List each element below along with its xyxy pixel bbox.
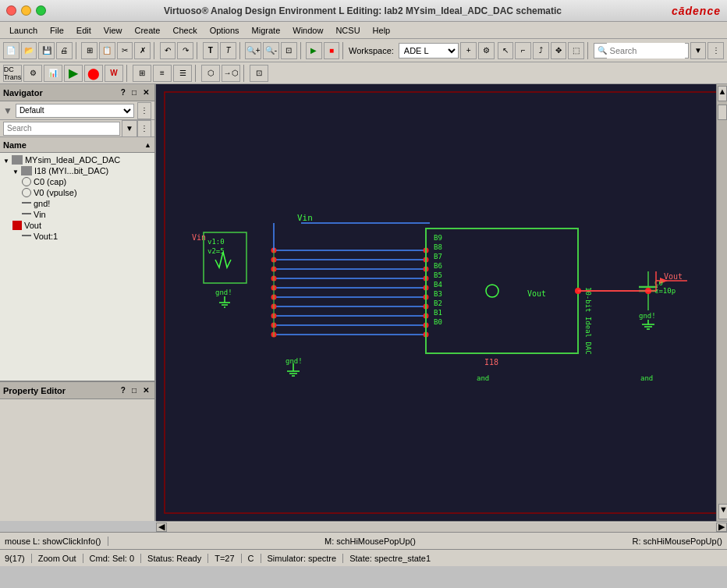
svg-text:Vout: Vout xyxy=(527,289,546,298)
menu-launch[interactable]: Launch xyxy=(3,24,44,37)
menu-migrate[interactable]: Migrate xyxy=(246,24,287,37)
pe-help-btn[interactable]: ? xyxy=(119,386,128,395)
run-sim-button[interactable]: ▶ xyxy=(64,65,83,82)
maximize-button[interactable] xyxy=(36,5,46,16)
state-status: State: spectre_state1 xyxy=(349,554,431,563)
delete-button[interactable]: ✗ xyxy=(134,42,151,59)
wire-button[interactable]: ⌐ xyxy=(515,42,531,59)
wave-button[interactable]: W xyxy=(105,65,123,82)
svg-text:I18: I18 xyxy=(484,358,498,367)
undo-button[interactable]: ↶ xyxy=(160,42,176,59)
zoom-label: Zoom Out xyxy=(38,554,83,563)
menu-options[interactable]: Options xyxy=(204,24,246,37)
stop-sim-button[interactable]: ⬤ xyxy=(84,65,103,82)
open-button[interactable]: 📂 xyxy=(21,42,37,59)
paste-button[interactable]: 📋 xyxy=(99,42,115,59)
filter-options[interactable]: ⋮ xyxy=(137,102,151,119)
svg-text:B3: B3 xyxy=(434,290,442,298)
move-button[interactable]: ✥ xyxy=(551,42,567,59)
search-dropdown[interactable]: ▼ xyxy=(690,42,707,59)
svg-rect-42 xyxy=(426,228,578,353)
cut-button[interactable]: ✂ xyxy=(117,42,133,59)
text2-button[interactable]: T xyxy=(220,42,236,59)
search-options[interactable]: ⋮ xyxy=(707,42,724,59)
tree-vin[interactable]: Vin xyxy=(2,209,153,220)
workspace-select[interactable]: ADE L xyxy=(399,43,459,58)
nav-search-options[interactable]: ⋮ xyxy=(137,120,151,137)
nav-help-btn[interactable]: ? xyxy=(119,88,128,97)
tree-root[interactable]: MYsim_Ideal_ADC_DAC xyxy=(2,154,153,165)
tree-c0[interactable]: C0 (cap) xyxy=(2,176,153,187)
vertical-scrollbar[interactable]: ▲ ▼ xyxy=(716,84,727,521)
select-button[interactable]: ⬚ xyxy=(568,42,584,59)
menu-check[interactable]: Check xyxy=(166,24,203,37)
scroll-down-btn[interactable]: ▼ xyxy=(718,504,727,519)
scroll-right-btn[interactable]: ▶ xyxy=(716,522,727,532)
property-editor: Property Editor ? □ ✕ xyxy=(0,381,154,521)
new-button[interactable]: 📄 xyxy=(3,42,20,59)
toolbar-search-input[interactable] xyxy=(607,43,685,58)
tree-name-header: Name xyxy=(3,140,27,150)
separator6 xyxy=(342,42,346,59)
scroll-up-btn[interactable]: ▲ xyxy=(718,86,727,101)
tree-gnd[interactable]: gnd! xyxy=(2,198,153,209)
pointer-button[interactable]: ↖ xyxy=(498,42,514,59)
menu-create[interactable]: Create xyxy=(128,24,166,37)
svg-text:B5: B5 xyxy=(434,271,442,279)
copy-button[interactable]: ⊞ xyxy=(81,42,98,59)
dc-button[interactable]: DCTrans xyxy=(3,65,22,82)
minimize-button[interactable] xyxy=(21,5,31,16)
menu-help[interactable]: Help xyxy=(367,24,397,37)
list2-button[interactable]: ☰ xyxy=(173,65,192,82)
output-setup[interactable]: ⬡ xyxy=(201,65,220,82)
print-button[interactable]: 🖨 xyxy=(56,42,73,59)
workspace-add[interactable]: + xyxy=(460,42,477,59)
redo-button[interactable]: ↷ xyxy=(177,42,193,59)
tree-i18[interactable]: I18 (MYI...bit_DAC) xyxy=(2,165,153,176)
nav-close-btn[interactable]: ✕ xyxy=(140,88,151,97)
menu-edit[interactable]: Edit xyxy=(70,24,98,37)
menu-ncsu[interactable]: NCSU xyxy=(329,24,366,37)
pe-close-btn[interactable]: ✕ xyxy=(140,386,151,395)
save-button[interactable]: 💾 xyxy=(38,42,55,59)
tree-v0[interactable]: V0 (vpulse) xyxy=(2,187,153,198)
sim-ctrl1[interactable]: 📊 xyxy=(44,65,62,82)
c0-label: C0 (cap) xyxy=(34,177,66,186)
nav-detach-btn[interactable]: □ xyxy=(129,88,139,97)
svg-text:v2=5: v2=5 xyxy=(207,247,225,255)
canvas-area[interactable]: Vin v1:0 v2=5 gnd! Vin xyxy=(156,84,727,521)
close-button[interactable] xyxy=(6,5,16,16)
stop-button[interactable]: ■ xyxy=(324,42,340,59)
sim-settings[interactable]: ⚙ xyxy=(23,65,42,82)
filter-select[interactable]: Default xyxy=(16,104,134,118)
list-button[interactable]: ≡ xyxy=(153,65,172,82)
zoom-in-button[interactable]: 🔍+ xyxy=(245,42,261,59)
root-label: MYsim_Ideal_ADC_DAC xyxy=(25,155,120,165)
menu-view[interactable]: View xyxy=(98,24,129,37)
h-scroll-track[interactable] xyxy=(167,522,716,532)
connect-button[interactable]: ⤴ xyxy=(533,42,549,59)
workspace-settings[interactable]: ⚙ xyxy=(478,42,495,59)
zoom-out-button[interactable]: 🔍- xyxy=(263,42,279,59)
tree-vout[interactable]: Vout xyxy=(2,220,153,231)
output-arrow[interactable]: →⬡ xyxy=(222,65,240,82)
search-btn[interactable]: ▼ xyxy=(122,120,137,137)
sep-sim3 xyxy=(243,65,246,82)
right-status: R: schHiMousePopUp() xyxy=(632,537,722,546)
navigator-search-input[interactable] xyxy=(3,122,120,136)
menu-file[interactable]: File xyxy=(44,24,70,37)
param-button[interactable]: ⊡ xyxy=(250,65,268,82)
fit-button[interactable]: ⊡ xyxy=(281,42,297,59)
run-button[interactable]: ▶ xyxy=(306,42,322,59)
pe-detach-btn[interactable]: □ xyxy=(129,386,139,395)
scroll-left-btn[interactable]: ◀ xyxy=(156,522,167,532)
table-button[interactable]: ⊞ xyxy=(133,65,151,82)
c0-icon xyxy=(22,177,31,186)
scroll-thumb[interactable] xyxy=(718,104,727,120)
text-button[interactable]: T xyxy=(203,42,219,59)
tree-vout1[interactable]: Vout:1 xyxy=(2,231,153,242)
menu-window[interactable]: Window xyxy=(286,24,329,37)
tree-sort[interactable]: ▲ xyxy=(144,141,151,149)
simulator-status: Simulator: spectre xyxy=(268,554,344,563)
navigator-header: Navigator ? □ ✕ xyxy=(0,84,154,101)
